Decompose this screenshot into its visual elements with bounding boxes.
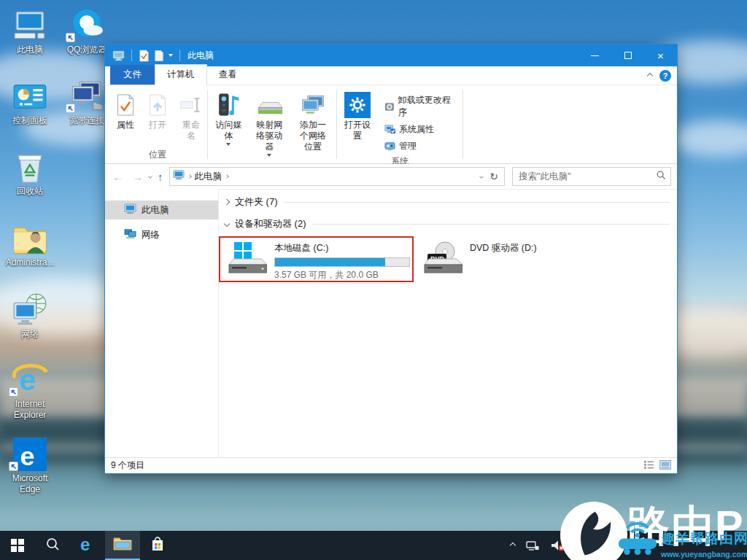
taskbar-store-button[interactable] — [140, 531, 175, 560]
maximize-icon — [624, 52, 632, 59]
items-count: 9 个项目 — [111, 459, 144, 472]
desktop: 此电脑 QQ浏览器 控制面板 宽带连接 回收站 Administra... — [0, 0, 747, 560]
search-input[interactable] — [517, 171, 656, 182]
taskbar-search-button[interactable] — [35, 531, 70, 560]
quick-access-properties-icon[interactable] — [139, 50, 150, 62]
desktop-icon-label: 网络 — [1, 329, 58, 340]
nav-item-label: 网络 — [142, 229, 160, 241]
open-button[interactable]: 打开 — [142, 90, 173, 133]
separator — [179, 50, 180, 61]
desktop-icon-label: 此电脑 — [1, 44, 58, 55]
nav-item-this-pc[interactable]: 此电脑 — [105, 201, 218, 219]
details-view-icon[interactable] — [643, 459, 654, 472]
media-server-icon — [217, 92, 240, 118]
watermark-site: 趣羊帮路由网 www.yueyangbang.com — [661, 529, 747, 559]
settings-gear-icon — [344, 92, 371, 118]
manage-button[interactable]: 管理 — [381, 139, 458, 154]
map-network-drive-button[interactable]: 映射网络驱动器 — [248, 90, 290, 161]
file-list-area: 文件夹 (7) 设备和驱动器 (2) 本地磁盘 (C:) 3.57 GB — [218, 189, 677, 457]
address-box[interactable]: 此电脑 ↻ — [169, 167, 506, 186]
breadcrumb-chevron-icon[interactable] — [187, 174, 192, 179]
nav-item-network[interactable]: 网络 — [105, 225, 218, 244]
window-title: 此电脑 — [187, 50, 214, 62]
address-pc-icon — [173, 170, 185, 183]
rename-button[interactable]: 重命名 — [174, 90, 208, 144]
breadcrumb-this-pc[interactable]: 此电脑 — [195, 171, 222, 183]
window-titlebar: 此电脑 × — [105, 44, 677, 66]
dvd-drive-icon: DVD — [422, 241, 462, 279]
desktop-icon-admin-folder[interactable]: Administra... — [1, 219, 58, 268]
svg-text:e: e — [20, 442, 34, 471]
group-header-line — [312, 224, 670, 225]
minimize-button[interactable] — [578, 44, 611, 66]
shortcut-arrow-icon — [9, 387, 18, 397]
drive-item-dvd-d[interactable]: DVD DVD 驱动器 (D:) — [422, 241, 537, 279]
qq-browser-icon — [58, 6, 115, 42]
desktop-icon-control-panel[interactable]: 控制面板 — [1, 77, 58, 126]
refresh-icon[interactable]: ↻ — [487, 171, 501, 182]
tab-view[interactable]: 查看 — [207, 65, 249, 85]
uninstall-program-button[interactable]: 卸载或更改程序 — [381, 93, 458, 120]
quick-access-new-folder-icon[interactable] — [154, 50, 164, 62]
maximize-button[interactable] — [611, 44, 644, 66]
properties-button[interactable]: 属性 — [110, 90, 141, 133]
shortcut-arrow-icon — [9, 462, 18, 471]
watermark-site-name: 趣羊帮路由网 — [661, 529, 747, 548]
manage-icon — [384, 141, 395, 152]
dropdown-arrow-icon — [267, 154, 271, 159]
search-box[interactable] — [512, 167, 671, 186]
add-network-location-button[interactable]: 添加一个网络位置 — [292, 90, 334, 155]
taskbar-edge-button[interactable]: e — [70, 531, 105, 560]
minimize-icon — [591, 55, 599, 56]
help-icon[interactable]: ? — [659, 70, 671, 82]
quick-access-customize-icon[interactable] — [169, 52, 173, 59]
internet-explorer-icon: e — [1, 360, 58, 397]
system-properties-icon — [384, 124, 395, 135]
group-header-line — [284, 202, 670, 203]
nav-item-label: 此电脑 — [142, 204, 169, 217]
tab-file[interactable]: 文件 — [110, 65, 155, 85]
desktop-icon-microsoft-edge[interactable]: e Microsoft Edge — [1, 435, 58, 495]
control-panel-icon — [1, 77, 58, 113]
tab-computer[interactable]: 计算机 — [155, 64, 207, 85]
collapse-chevron-icon[interactable] — [224, 221, 230, 227]
explorer-window: 此电脑 × 文件 计算机 查看 ? 属性 — [104, 44, 678, 474]
collapse-ribbon-icon[interactable] — [647, 73, 653, 79]
breadcrumb-chevron-icon[interactable] — [225, 174, 229, 179]
svg-text:e: e — [19, 363, 36, 397]
back-icon[interactable]: ← — [109, 171, 126, 183]
dropdown-arrow-icon — [226, 143, 231, 148]
address-dropdown-icon[interactable] — [479, 174, 484, 179]
desktop-icon-internet-explorer[interactable]: e Internet Explorer — [1, 360, 58, 421]
desktop-icon-this-pc[interactable]: 此电脑 — [1, 6, 58, 55]
navigation-pane: 此电脑 网络 — [105, 189, 218, 457]
system-properties-button[interactable]: 系统属性 — [381, 122, 458, 137]
this-pc-icon — [1, 6, 58, 42]
address-bar-row: ← → ↑ 此电脑 ↻ — [105, 164, 677, 189]
group-header-devices[interactable]: 设备和驱动器 (2) — [225, 217, 670, 230]
group-header-folders[interactable]: 文件夹 (7) — [225, 195, 670, 209]
map-drive-icon — [256, 92, 282, 118]
network-icon — [124, 228, 136, 241]
desktop-icon-label: 控制面板 — [1, 115, 58, 126]
large-icons-view-icon[interactable] — [659, 459, 671, 472]
recent-locations-icon[interactable] — [148, 174, 152, 179]
desktop-icon-recycle-bin[interactable]: 回收站 — [1, 147, 58, 197]
cloud — [671, 120, 747, 157]
open-settings-button[interactable]: 打开设置 — [339, 90, 376, 144]
forward-icon[interactable]: → — [129, 171, 146, 183]
desktop-icon-network[interactable]: 网络 — [1, 290, 58, 340]
taskbar-explorer-button[interactable] — [105, 531, 140, 560]
search-icon[interactable] — [656, 170, 666, 183]
access-media-button[interactable]: 访问媒体 — [210, 90, 247, 150]
tray-show-hidden-icons[interactable] — [511, 543, 515, 548]
start-button[interactable] — [0, 531, 35, 560]
close-button[interactable]: × — [644, 44, 677, 66]
status-bar: 9 个项目 — [105, 457, 677, 473]
expand-chevron-icon[interactable] — [224, 199, 230, 205]
search-icon — [45, 537, 60, 554]
up-icon[interactable]: ↑ — [155, 171, 166, 183]
microsoft-edge-icon: e — [1, 435, 58, 471]
network-status-icon[interactable] — [525, 540, 540, 552]
rename-icon — [179, 92, 203, 118]
